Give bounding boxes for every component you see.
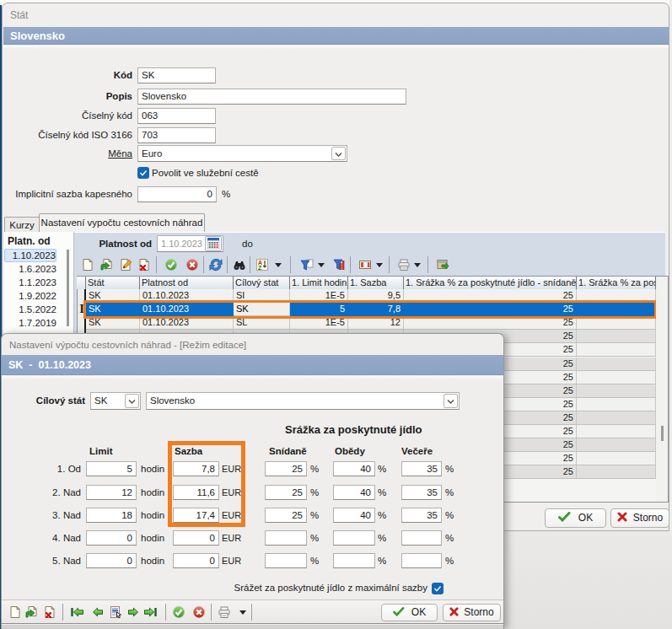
svg-text:Z: Z <box>258 265 262 271</box>
